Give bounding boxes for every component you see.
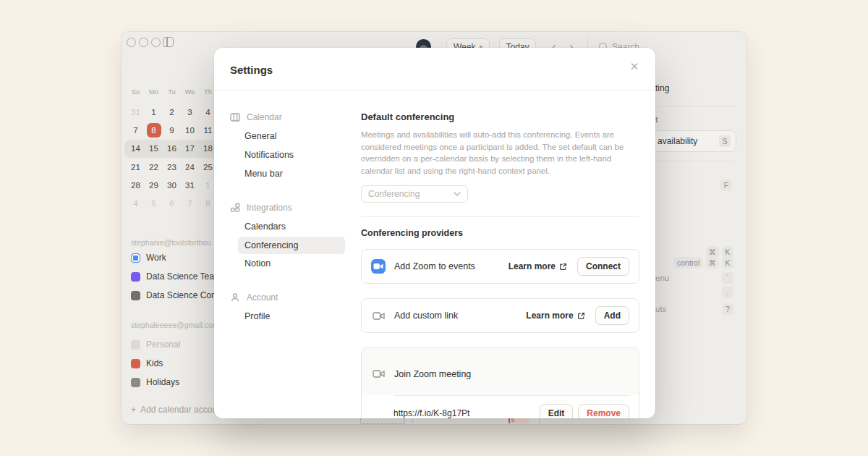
provider-card-custom-link: Add custom link Learn more Add [361, 298, 639, 333]
panel-divider [655, 106, 735, 107]
remove-button[interactable]: Remove [578, 404, 629, 418]
conferencing-select-dropdown[interactable]: Conferencing [361, 185, 468, 203]
learn-more-link[interactable]: Learn more [526, 311, 584, 321]
modal-title: Settings [230, 64, 273, 76]
calendar-day[interactable]: 24 [181, 158, 199, 176]
calendar-day[interactable]: 22 [145, 158, 163, 176]
account-email: stephaleeeee@gmail.cor [131, 319, 218, 331]
provider-title: Add custom link [394, 311, 458, 321]
calendar-day[interactable]: 6 [163, 194, 181, 212]
external-link-icon [559, 263, 567, 271]
calendar-day[interactable]: 17 [181, 140, 199, 158]
calendar-day[interactable]: 21 [127, 158, 145, 176]
calendar-day[interactable]: 5 [145, 194, 163, 212]
key-badge: . [722, 287, 733, 298]
context-panel-heading-fragment: ting [655, 83, 669, 93]
nav-item-profile[interactable]: Profile [230, 307, 346, 326]
video-camera-icon [371, 367, 386, 381]
calendar-day[interactable]: 14 [127, 140, 145, 158]
calendar-day[interactable]: 31 [181, 176, 199, 194]
calendar-day[interactable]: 30 [163, 176, 181, 194]
command-key-badge: ⌘ [706, 257, 720, 269]
calendar-day[interactable]: 23 [163, 158, 181, 176]
calendar-day[interactable]: 10 [181, 121, 199, 139]
calendar-color-checkbox[interactable] [131, 291, 140, 300]
add-calendar-account-button[interactable]: + Add calendar account [131, 404, 218, 415]
calendar-day[interactable]: 31 [127, 103, 145, 121]
calendar-color-checkbox[interactable] [131, 378, 140, 387]
calendar-day-today[interactable]: 8 [147, 123, 161, 138]
calendar-list-item-data-science-team[interactable]: Data Science Team [131, 267, 218, 286]
custom-link-card: Join Zoom meeting https://f.io/K-8g17Pt … [361, 347, 639, 418]
plus-icon: + [131, 405, 136, 415]
command-key-badge: ⌘ [706, 246, 720, 258]
calendar-name: Personal [146, 339, 180, 350]
default-conferencing-description: Meetings and availabilities will auto-ad… [361, 129, 639, 177]
nav-item-general[interactable]: General [230, 127, 346, 145]
key-badge: K [722, 257, 733, 269]
shortcut-row: ? [722, 303, 733, 315]
calendar-list-item-holidays[interactable]: Holidays [131, 373, 218, 392]
calendar-day[interactable]: 15 [145, 140, 163, 158]
nav-item-notion[interactable]: Notion [230, 254, 346, 273]
calendar-icon [230, 112, 240, 122]
custom-link-url: https://f.io/K-8g17Pt [393, 408, 469, 418]
mini-calendar-weekday-header: Su Mo Tu We Th [127, 85, 217, 97]
calendar-day[interactable]: 28 [127, 176, 145, 194]
calendar-sidebar-lists: stephanie@toolsforthou Work Data Science… [131, 237, 218, 415]
connect-button[interactable]: Connect [577, 257, 629, 276]
calendar-list-item-kids[interactable]: Kids [131, 354, 218, 373]
nav-item-conferencing-selected[interactable]: Conferencing [238, 237, 345, 254]
window-minimize-button[interactable] [139, 38, 148, 47]
calendar-grid-fragment [412, 418, 417, 423]
window-zoom-button[interactable] [151, 38, 161, 47]
content-divider [361, 216, 639, 217]
calendar-day[interactable]: 2 [163, 103, 181, 121]
weekday-label: Su [127, 85, 145, 97]
calendar-list-item-personal[interactable]: Personal [131, 335, 218, 354]
calendar-list-item-work[interactable]: Work [131, 248, 218, 267]
shortcut-label-fragment: uts [655, 305, 666, 313]
nav-section-account: Account [230, 288, 346, 307]
window-close-button[interactable] [127, 38, 136, 47]
calendar-day[interactable]: 7 [181, 194, 199, 212]
nav-item-notifications[interactable]: Notifications [230, 145, 346, 164]
calendar-color-checkbox[interactable] [131, 359, 140, 368]
calendar-day[interactable]: 29 [145, 176, 163, 194]
weekday-label: We [181, 85, 199, 97]
account-icon [230, 292, 240, 303]
calendar-day[interactable]: 16 [163, 140, 181, 158]
settings-content: Default conferencing Meetings and availa… [361, 48, 639, 418]
shortcut-row: control ⌘ K [674, 257, 733, 269]
edit-button[interactable]: Edit [540, 404, 574, 418]
video-camera-icon [371, 308, 386, 323]
weekday-label: Mo [145, 85, 163, 97]
account-email: stephanie@toolsforthou [131, 237, 218, 248]
add-button[interactable]: Add [595, 306, 629, 325]
key-badge: ` [722, 272, 733, 284]
calendar-day[interactable]: 4 [127, 194, 145, 212]
provider-title: Add Zoom to events [394, 261, 475, 271]
calendar-name: Data Science Core [146, 290, 219, 300]
calendar-list-item-data-science-core[interactable]: Data Science Core [131, 286, 218, 305]
learn-more-link[interactable]: Learn more [509, 261, 567, 271]
mini-calendar-grid: 31 1 2 3 4 7 8 9 10 11 14 15 16 17 18 21… [127, 103, 217, 213]
sidebar-toggle-icon[interactable] [163, 37, 174, 47]
calendar-color-checkbox[interactable] [131, 340, 140, 350]
calendar-name: Holidays [146, 377, 179, 387]
shortcut-row: ` [722, 272, 733, 284]
calendar-day[interactable]: 3 [181, 103, 199, 121]
custom-link-card-header: Join Zoom meeting [362, 348, 639, 395]
calendar-name: Kids [146, 358, 163, 368]
calendar-color-checkbox[interactable] [131, 272, 140, 282]
key-badge: K [722, 246, 733, 258]
nav-item-menu-bar[interactable]: Menu bar [230, 164, 346, 183]
conferencing-providers-heading: Conferencing providers [361, 228, 463, 238]
calendar-event-fragment [360, 418, 405, 424]
calendar-day[interactable]: 1 [145, 103, 163, 121]
calendar-grid-fragment [539, 418, 544, 423]
nav-item-calendars[interactable]: Calendars [230, 217, 346, 236]
calendar-color-checkbox[interactable] [131, 253, 140, 263]
calendar-day[interactable]: 9 [163, 121, 181, 139]
calendar-day[interactable]: 7 [127, 121, 145, 139]
